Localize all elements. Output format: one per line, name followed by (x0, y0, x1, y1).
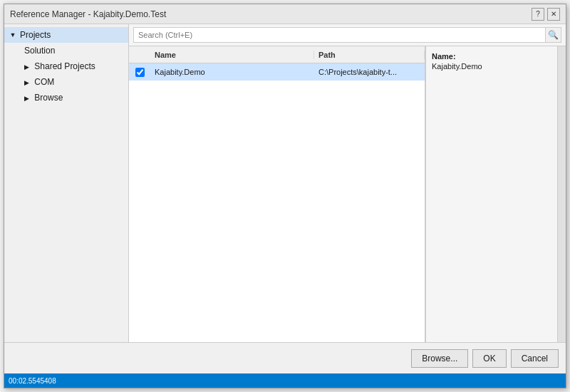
sidebar-item-solution[interactable]: Solution (4, 43, 128, 58)
list-area: Name Path Kajabity.Demo C:\Projects\kaja… (129, 46, 566, 342)
sidebar-item-browse[interactable]: ▶ Browse (4, 90, 128, 105)
projects-label: Projects (20, 30, 51, 40)
ok-button[interactable]: OK (472, 349, 506, 368)
search-bar: 🔍 (129, 24, 566, 46)
cancel-button[interactable]: Cancel (511, 349, 559, 368)
header-name-col: Name (150, 51, 314, 59)
title-bar-buttons: ? ✕ (532, 8, 560, 21)
dialog-title: Reference Manager - Kajabity.Demo.Test (10, 9, 166, 19)
sidebar-item-com[interactable]: ▶ COM (4, 74, 128, 90)
row-path: C:\Projects\kajabity-t... (314, 68, 425, 76)
details-name-label: Name: (432, 52, 551, 61)
table-row[interactable]: Kajabity.Demo C:\Projects\kajabity-t... (129, 63, 425, 81)
list-header: Name Path (129, 46, 425, 63)
sidebar: ▼ Projects Solution ▶ Shared Projects ▶ … (4, 24, 129, 342)
details-panel: Name: Kajabity.Demo (425, 46, 557, 342)
details-name-value: Kajabity.Demo (432, 62, 551, 71)
browse-arrow: ▶ (24, 95, 29, 102)
list-panel: Name Path Kajabity.Demo C:\Projects\kaja… (129, 46, 425, 342)
status-bar: 00:02.5545408 (4, 373, 566, 388)
sidebar-item-projects[interactable]: ▼ Projects (4, 27, 128, 43)
com-arrow: ▶ (24, 79, 29, 86)
row-name: Kajabity.Demo (150, 68, 314, 76)
header-path-col: Path (314, 51, 425, 59)
shared-projects-arrow: ▶ (24, 63, 29, 71)
title-bar: Reference Manager - Kajabity.Demo.Test ?… (4, 4, 566, 24)
status-text: 00:02.5545408 (9, 377, 56, 385)
dialog-content: ▼ Projects Solution ▶ Shared Projects ▶ … (4, 24, 566, 342)
help-button[interactable]: ? (532, 8, 544, 21)
projects-arrow: ▼ (9, 31, 17, 39)
main-area: 🔍 Name Path Kajabity.Demo (129, 24, 566, 342)
search-button[interactable]: 🔍 (546, 27, 561, 43)
close-button[interactable]: ✕ (547, 8, 560, 21)
reference-manager-dialog: Reference Manager - Kajabity.Demo.Test ?… (4, 4, 566, 388)
row-checkbox[interactable] (129, 68, 150, 77)
sidebar-item-shared-projects[interactable]: ▶ Shared Projects (4, 58, 128, 74)
sidebar-section-projects: ▼ Projects Solution ▶ Shared Projects ▶ … (4, 24, 128, 108)
browse-button[interactable]: Browse... (411, 349, 468, 368)
footer: Browse... OK Cancel (4, 342, 566, 373)
right-scrollbar (557, 46, 566, 342)
search-input[interactable] (133, 27, 546, 43)
